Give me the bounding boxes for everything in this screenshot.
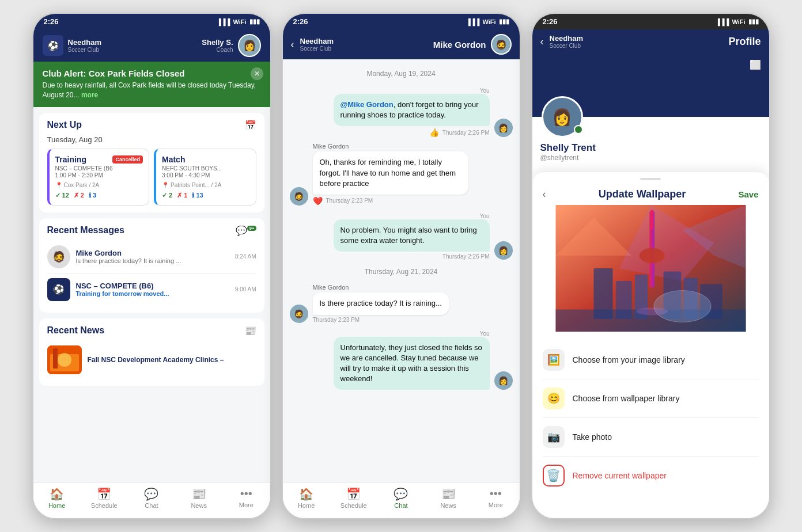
phone-1: 2:26 ▐▐▐ WiFi ▮▮▮ ⚽ Needham Soccer Club … [32,13,271,519]
event-rsvp-match: ✓ 2 ✗ 1 ℹ 13 [162,192,250,199]
nav-chat-1[interactable]: 💬 Chat [137,487,166,509]
nsc-name: NSC – COMPETE (B6) [76,282,229,290]
messages-icon[interactable]: 💬9+ [236,225,256,236]
profile-club-sub: Soccer Club [550,43,723,49]
training-event-card[interactable]: Training Cancelled NSC – COMPETE (B6 1:0… [47,149,150,206]
wallpaper-options: 🖼️ Choose from your image library 😊 Choo… [532,341,769,495]
time-1: 2:26 [44,17,59,26]
chat-avatar-mike-2: 🧔 [290,305,308,323]
option-image-library[interactable]: 🖼️ Choose from your image library [543,341,759,379]
coach-info: Shelly S. Coach [202,38,233,53]
image-library-icon: 🖼️ [543,349,565,371]
nav-home-2[interactable]: 🏠 Home [292,487,321,509]
club-name: Needham [68,38,102,47]
home-icon-2: 🏠 [299,487,313,501]
nav-home-label: Home [48,502,65,509]
nav-more-2[interactable]: ••• More [481,487,510,509]
nav-chat-label: Chat [145,502,158,509]
option-take-photo[interactable]: 📷 Take photo [543,418,759,457]
chat-icon: 💬 [144,487,158,501]
modal-back-button[interactable]: ‹ [543,188,546,200]
chat-sender-mike-2: Mike Gordon [313,284,449,291]
event-card-header-training: Training Cancelled [55,155,143,164]
signal-icon: ▐▐▐ [217,18,230,25]
status-icons-1: ▐▐▐ WiFi ▮▮▮ [217,18,260,25]
nav-home-label-2: Home [298,502,315,509]
battery-icon-2: ▮▮▮ [499,18,509,25]
chat-avatar-mike-1: 🧔 [290,187,308,206]
remove-icon: 🗑️ [543,465,565,487]
option-wallpaper-library[interactable]: 😊 Choose from wallpaper library [543,379,759,418]
app-header-1: ⚽ Needham Soccer Club Shelly S. Coach 👩 [33,29,270,62]
nav-schedule-1[interactable]: 📅 Schedule [90,487,119,509]
phone-2: 2:26 ▐▐▐ WiFi ▮▮▮ ‹ Needham Soccer Club … [282,13,521,519]
nav-news-2[interactable]: 📰 News [434,487,463,509]
nav-news-1[interactable]: 📰 News [184,487,213,509]
mike-avatar: 🧔 [47,245,70,268]
chat-person-info: Mike Gordon 🧔 [433,34,512,55]
nav-news-label-2: News [440,502,456,509]
alert-close-button[interactable]: ✕ [251,67,263,80]
chat-person-name: Mike Gordon [433,40,486,50]
chat-icon-2: 💬 [394,487,408,501]
message-item-mike[interactable]: 🧔 Mike Gordon Is there practice today? I… [47,241,256,273]
bubble-time-sent-1: 👍 Thursday 2:26 PM [334,128,490,137]
bubble-wrap-sent-3: You Unfortunately, they just closed the … [334,329,490,390]
nav-more-label: More [239,501,254,508]
calendar-icon[interactable]: 📅 [245,120,256,131]
bubble-wrap-sent-2: You No problem. You might also want to b… [334,211,490,260]
chat-club-name: Needham [300,37,428,45]
alert-title: Club Alert: Cox Park Fields Closed [43,69,261,78]
profile-club-name: Needham [550,34,723,43]
nav-chat-2[interactable]: 💬 Chat [387,487,415,509]
nav-schedule-2[interactable]: 📅 Schedule [339,487,368,509]
chat-avatar-you-2: 👩 [494,241,513,260]
edit-wallpaper-icon[interactable]: ⬜ [750,59,761,70]
wifi-icon-2: WiFi [482,18,495,25]
recent-news-title: Recent News [47,325,105,336]
alert-more-link[interactable]: more [81,91,98,99]
news-item-1[interactable]: Fall NSC Development Academy Clinics – [47,341,256,379]
nav-home-1[interactable]: 🏠 Home [43,487,71,509]
wallpaper-preview [543,205,759,332]
profile-back-button[interactable]: ‹ [540,36,544,48]
option-remove-label: Remove current wallpaper [573,471,667,480]
message-item-nsc[interactable]: ⚽ NSC – COMPETE (B6) Training for tomorr… [47,273,256,306]
chat-msg-received-1: 🧔 Mike Gordon Oh, thanks for reminding m… [290,143,513,206]
event-type-match: Match [162,155,185,164]
chat-app-header: ‹ Needham Soccer Club Mike Gordon 🧔 [283,29,520,59]
modal-save-button[interactable]: Save [738,189,758,199]
reaction-heart: ❤️ [313,196,323,206]
club-logo: ⚽ [43,35,63,56]
wallpaper-modal: ‹ Update Wallpaper Save [532,172,769,518]
coach-role: Coach [202,47,233,53]
camera-icon: 📷 [543,426,565,448]
mike-preview: Is there practice today? It is raining .… [76,257,229,264]
events-row: Training Cancelled NSC – COMPETE (B6 1:0… [47,149,256,206]
schedule-icon: 📅 [97,487,111,501]
match-event-card[interactable]: Match NEFC SOUTH BOYS... 3:00 PM - 4:30 … [154,149,256,206]
next-up-title: Next Up [47,120,82,130]
chat-sender-mike-1: Mike Gordon [313,143,469,150]
profile-name: Shelly Trent [540,142,761,154]
rsvp-info-match: ℹ 13 [192,192,203,199]
battery-icon: ▮▮▮ [249,18,260,25]
chat-back-button[interactable]: ‹ [291,39,294,51]
nav-news-label: News [191,502,207,509]
news-icon[interactable]: 📰 [245,325,256,336]
rsvp-no-match: ✗ 1 [177,192,187,199]
nav-schedule-label-2: Schedule [341,502,367,509]
nav-more-label-2: More [489,501,503,508]
time-3: 2:26 [543,17,558,26]
coach-name: Shelly S. [202,38,233,47]
chat-msg-received-2: 🧔 Mike Gordon Is there practice today? I… [290,284,513,322]
option-remove-wallpaper[interactable]: 🗑️ Remove current wallpaper [543,457,759,495]
chat-msg-sent-1: You @Mike Gordon, don't forget to bring … [290,86,513,137]
recent-messages-header: Recent Messages 💬9+ [47,225,256,236]
battery-icon-3: ▮▮▮ [748,18,759,25]
rsvp-info-training: ℹ 3 [89,192,96,199]
mike-time: 8:24 AM [235,253,256,260]
event-time-training: 1:00 PM - 2:30 PM [55,172,143,178]
nav-more-1[interactable]: ••• More [232,487,260,509]
recent-messages-title: Recent Messages [47,225,124,235]
